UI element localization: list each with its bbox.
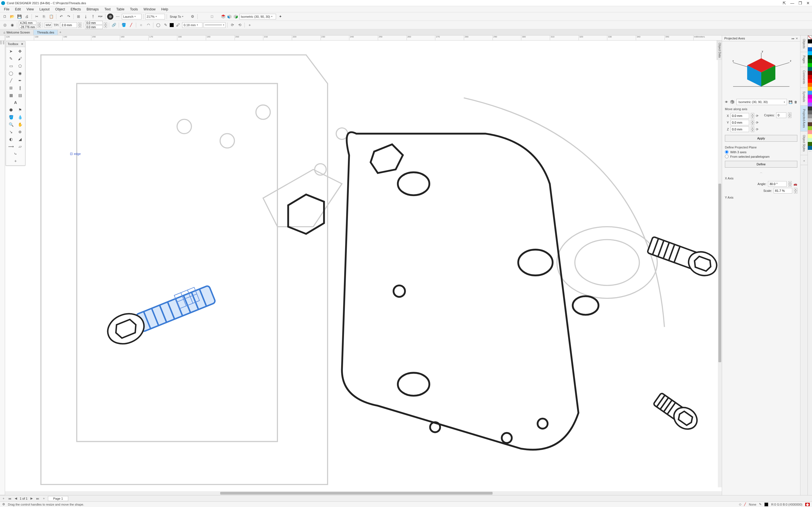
3d-tool[interactable]: ⬢ [7,107,15,113]
project-icon[interactable]: ⟲ [237,22,243,28]
docker-tab-symbols[interactable]: Symbols [801,88,808,106]
axes-tool-icon[interactable]: ✦ [277,13,283,20]
move-y-input[interactable] [730,120,749,125]
pick-tool[interactable]: ➤ [7,48,15,55]
outline-width-combo[interactable]: 0.18 mm [182,22,202,28]
fill-tool[interactable]: 🪣 [7,114,15,121]
anchor-tool[interactable]: ⊕ [16,128,24,135]
transparency-tool[interactable]: ◐ [7,136,15,143]
launch-combo[interactable]: Launch [122,14,142,19]
pdf-button[interactable]: PDF [97,13,103,20]
paste-button[interactable]: 📋 [48,13,54,20]
ellipse-tool[interactable]: ◯ [7,70,15,76]
docker-close-icon[interactable]: ✕ [796,37,798,40]
color-swatch[interactable] [808,75,812,79]
spiral-tool[interactable]: ◉ [16,70,24,76]
zoom-tool[interactable]: 🔍 [7,121,15,128]
menu-help[interactable]: Help [159,7,170,12]
color-swatch[interactable] [808,146,812,150]
outline-color-swatch[interactable] [764,503,768,506]
menu-bitmaps[interactable]: Bitmaps [84,7,101,12]
expand-up-icon[interactable]: ︿ [725,170,797,174]
docker-tab-pages[interactable]: Pages [801,52,808,67]
extrude-tool[interactable]: ▱ [16,143,24,150]
polygon-tool[interactable]: ⬠ [16,62,24,69]
pen-tool[interactable]: ✒ [16,77,24,84]
color-swatch[interactable] [808,91,812,95]
line-style-combo[interactable] [204,22,225,28]
color-swatch[interactable] [808,107,812,110]
cube-green-icon[interactable] [233,14,238,19]
color-swatch[interactable] [808,118,812,122]
color-swatch[interactable] [808,47,812,51]
wrap-icon[interactable]: ⟳ [229,22,236,28]
search-button[interactable]: ⊞ [75,13,82,20]
save-button[interactable]: 💾 [16,13,22,20]
color-swatch[interactable] [808,130,812,134]
arc-icon[interactable]: ◠ [145,22,151,28]
copies-input[interactable] [776,112,786,118]
height-input[interactable] [85,25,103,29]
copy-button[interactable]: ⎘ [41,13,47,20]
minimize-button[interactable]: — [790,1,795,5]
add-button[interactable]: ＋ [246,22,253,28]
move-x-input[interactable] [730,113,749,119]
line-tool[interactable]: ╱ [7,77,15,84]
import-button[interactable]: ⭳ [83,13,89,20]
tab-welcome[interactable]: ⌂Welcome Screen [0,30,34,35]
color-swatch[interactable] [808,71,812,75]
more-icon[interactable]: ⋯ [114,13,121,20]
ellipse-icon[interactable]: ○ [138,22,144,28]
lock-icon[interactable]: 🔗 [111,22,117,28]
page-last-icon[interactable]: ⏭ [36,497,40,500]
new-button[interactable]: 🗋 [2,13,8,20]
page-next-icon[interactable]: ▶ [29,497,34,500]
tab-add-button[interactable]: ＋ [58,30,63,35]
fill-icon[interactable]: 🪣 [121,22,127,28]
color-swatch[interactable] [808,142,812,146]
cube-red-icon[interactable] [221,14,226,19]
define-button[interactable]: Define [725,161,797,168]
frame-icon[interactable]: □ [209,13,215,20]
callout-arrow-tool[interactable]: ⤷ [7,151,24,157]
cube-blue-icon[interactable] [227,14,232,19]
color-swatch[interactable] [808,122,812,126]
preset-dropdown[interactable]: Isometric (30, 90, 30) [737,99,787,105]
thread-tool2-icon[interactable]: ◉ [9,22,15,28]
callout-tool[interactable]: ⚑ [16,107,24,113]
color-swatch[interactable] [808,87,812,91]
tab-current-file[interactable]: Threads.des [34,30,58,35]
radio-with-3-axes[interactable]: With 3 axes [725,150,797,154]
cut-button[interactable]: ✂ [34,13,40,20]
text-tool[interactable]: A [7,99,24,106]
share-icon[interactable]: ⇱ [781,1,787,5]
eye-icon[interactable]: 👁 [725,100,728,104]
color-swatch[interactable] [808,79,812,83]
app-launcher-icon[interactable]: ⊛ [107,13,113,20]
pick-angle-icon[interactable]: 🚗 [794,182,797,186]
x-coord-input[interactable] [19,21,36,25]
docker-tab-object-styles[interactable]: Object Styles [801,131,808,155]
thread-tool-icon[interactable]: ◎ [2,22,8,28]
menu-view[interactable]: View [24,7,36,12]
outline-indicator-icon[interactable]: ✎ [759,503,762,506]
fill-indicator-icon[interactable]: ◇ [739,503,741,506]
color-swatch[interactable] [808,51,812,55]
menu-tools[interactable]: Tools [128,7,140,12]
docker-tab-projected-axes[interactable]: Projected Axes [801,106,808,131]
color-swatch[interactable] [808,114,812,118]
width-input[interactable] [85,21,103,25]
save-preset-icon[interactable]: 💾 [789,100,793,104]
cube-mini-icon[interactable] [730,100,735,105]
dimension-tool[interactable]: ⊞ [7,84,15,91]
zoom-combo[interactable]: 217% [145,14,165,19]
connector-tool[interactable]: ↘ [7,128,15,135]
add-tool[interactable]: ＋ [7,158,24,165]
no-fill-icon[interactable]: ╱ [128,22,134,28]
apply-button[interactable]: Apply [725,135,797,142]
no-color-swatch[interactable] [808,36,812,40]
delete-preset-icon[interactable]: 🗑 [794,100,797,104]
docker-tab-comments[interactable]: Comments [801,67,808,88]
gear-icon[interactable]: ⚙ [2,503,5,506]
open-button[interactable]: 📂 [9,13,15,20]
